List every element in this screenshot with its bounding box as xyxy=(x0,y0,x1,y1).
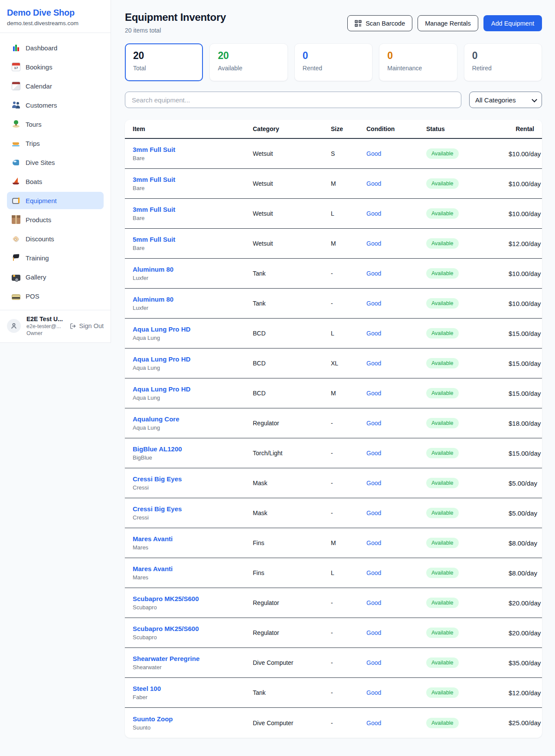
stat-card-available[interactable]: 20Available xyxy=(209,43,287,81)
condition-link[interactable]: Good xyxy=(366,180,426,187)
status-badge: Available xyxy=(426,718,459,728)
pos-icon xyxy=(12,294,20,300)
item-cell: Steel 100Faber xyxy=(133,685,253,700)
sidebar-item-trips[interactable]: Trips xyxy=(7,135,104,152)
category-select[interactable]: All Categories xyxy=(469,92,542,108)
item-name-link[interactable]: Aqua Lung Pro HD xyxy=(133,355,253,363)
sidebar-item-bookings[interactable]: Bookings xyxy=(7,58,104,76)
condition-link[interactable]: Good xyxy=(366,689,426,696)
rental-price: $15.00/day xyxy=(509,330,541,337)
item-name-link[interactable]: Aqua Lung Pro HD xyxy=(133,385,253,393)
sign-out-button[interactable]: Sign Out xyxy=(70,322,104,329)
item-name-link[interactable]: Aqua Lung Pro HD xyxy=(133,325,253,333)
condition-link[interactable]: Good xyxy=(366,629,426,636)
user-info: E2E Test U... e2e-tester@... Owner xyxy=(26,316,64,336)
item-brand: Bare xyxy=(133,185,253,191)
size-cell: M xyxy=(331,180,366,187)
sidebar-item-dive-sites[interactable]: Dive Sites xyxy=(7,154,104,171)
stat-card-maintenance[interactable]: 0Maintenance xyxy=(379,43,457,81)
item-name-link[interactable]: Scubapro MK25/S600 xyxy=(133,595,253,602)
sidebar-item-equipment[interactable]: Equipment xyxy=(7,192,104,209)
item-name-link[interactable]: Mares Avanti xyxy=(133,565,253,572)
stat-card-rented[interactable]: 0Rented xyxy=(294,43,372,81)
condition-link[interactable]: Good xyxy=(366,300,426,307)
condition-link[interactable]: Good xyxy=(366,240,426,247)
size-cell: - xyxy=(331,720,366,726)
condition-link[interactable]: Good xyxy=(366,210,426,217)
sidebar-item-label: Dive Sites xyxy=(26,159,55,166)
item-cell: 3mm Full SuitBare xyxy=(133,176,253,191)
item-name-link[interactable]: Aluminum 80 xyxy=(133,296,253,303)
table-row: 3mm Full SuitBareWetsuitSGoodAvailable$1… xyxy=(125,139,542,169)
item-name-link[interactable]: Aqualung Core xyxy=(133,415,253,423)
sidebar-item-boats[interactable]: Boats xyxy=(7,173,104,190)
item-cell: Scubapro MK25/S600Scubapro xyxy=(133,625,253,641)
condition-link[interactable]: Good xyxy=(366,659,426,666)
condition-link[interactable]: Good xyxy=(366,330,426,337)
table-row: Cressi Big EyesCressiMask-GoodAvailable$… xyxy=(125,498,542,528)
sidebar-item-calendar[interactable]: Calendar xyxy=(7,77,104,95)
add-equipment-button[interactable]: Add Equipment xyxy=(483,15,542,31)
item-brand: Bare xyxy=(133,215,253,221)
item-name-link[interactable]: BigBlue AL1200 xyxy=(133,445,253,453)
condition-link[interactable]: Good xyxy=(366,480,426,486)
condition-link[interactable]: Good xyxy=(366,569,426,576)
item-name-link[interactable]: Mares Avanti xyxy=(133,535,253,542)
table-row: Aluminum 80LuxferTank-GoodAvailable$10.0… xyxy=(125,289,542,319)
trips-icon xyxy=(12,139,20,148)
sidebar-item-customers[interactable]: Customers xyxy=(7,96,104,114)
item-name-link[interactable]: 3mm Full Suit xyxy=(133,206,253,213)
condition-link[interactable]: Good xyxy=(366,360,426,367)
sidebar-item-gallery[interactable]: Gallery xyxy=(7,268,104,286)
item-name-link[interactable]: Scubapro MK25/S600 xyxy=(133,625,253,632)
stat-card-retired[interactable]: 0Retired xyxy=(464,43,542,81)
sidebar-item-pos[interactable]: POS xyxy=(7,287,104,305)
condition-link[interactable]: Good xyxy=(366,150,426,157)
sign-out-icon xyxy=(70,323,76,329)
status-badge: Available xyxy=(426,298,459,309)
sidebar-item-dashboard[interactable]: Dashboard xyxy=(7,39,104,56)
item-brand: Scubapro xyxy=(133,634,253,641)
rental-price: $10.00/day xyxy=(509,270,541,277)
item-cell: BigBlue AL1200BigBlue xyxy=(133,445,253,461)
column-header-rental: Rental xyxy=(509,125,534,132)
item-name-link[interactable]: 3mm Full Suit xyxy=(133,146,253,153)
manage-rentals-label: Manage Rentals xyxy=(425,20,471,27)
size-cell: - xyxy=(331,689,366,696)
item-name-link[interactable]: Steel 100 xyxy=(133,685,253,692)
scan-barcode-button[interactable]: Scan Barcode xyxy=(347,15,412,31)
item-brand: Luxfer xyxy=(133,305,253,311)
condition-link[interactable]: Good xyxy=(366,539,426,546)
item-name-link[interactable]: Aluminum 80 xyxy=(133,266,253,273)
condition-link[interactable]: Good xyxy=(366,720,426,726)
sidebar-item-products[interactable]: Products xyxy=(7,211,104,228)
table-row: Mares AvantiMaresFinsMGoodAvailable$8.00… xyxy=(125,528,542,558)
dive-sites-icon xyxy=(12,158,20,167)
condition-link[interactable]: Good xyxy=(366,509,426,516)
rental-price: $15.00/day xyxy=(509,390,541,397)
item-cell: Mares AvantiMares xyxy=(133,535,253,551)
sidebar-item-tours[interactable]: Tours xyxy=(7,115,104,133)
condition-link[interactable]: Good xyxy=(366,450,426,457)
items-total-count: 20 items total xyxy=(125,27,226,34)
item-name-link[interactable]: Suunto Zoop xyxy=(133,715,253,723)
stat-card-total[interactable]: 20Total xyxy=(125,43,203,81)
item-name-link[interactable]: 3mm Full Suit xyxy=(133,176,253,183)
filter-bar: All Categories xyxy=(125,92,542,108)
condition-link[interactable]: Good xyxy=(366,420,426,427)
sidebar-item-discounts[interactable]: Discounts xyxy=(7,230,104,247)
condition-link[interactable]: Good xyxy=(366,270,426,277)
manage-rentals-button[interactable]: Manage Rentals xyxy=(418,15,478,31)
sidebar-item-training[interactable]: Training xyxy=(7,249,104,266)
item-name-link[interactable]: 5mm Full Suit xyxy=(133,236,253,243)
stat-label: Retired xyxy=(472,65,534,72)
item-name-link[interactable]: Cressi Big Eyes xyxy=(133,505,253,513)
search-input[interactable] xyxy=(125,92,461,108)
condition-link[interactable]: Good xyxy=(366,390,426,397)
category-cell: Mask xyxy=(253,509,331,516)
condition-link[interactable]: Good xyxy=(366,599,426,606)
status-badge: Available xyxy=(426,568,459,578)
item-name-link[interactable]: Cressi Big Eyes xyxy=(133,475,253,483)
category-cell: Regulator xyxy=(253,599,331,606)
item-name-link[interactable]: Shearwater Peregrine xyxy=(133,655,253,662)
